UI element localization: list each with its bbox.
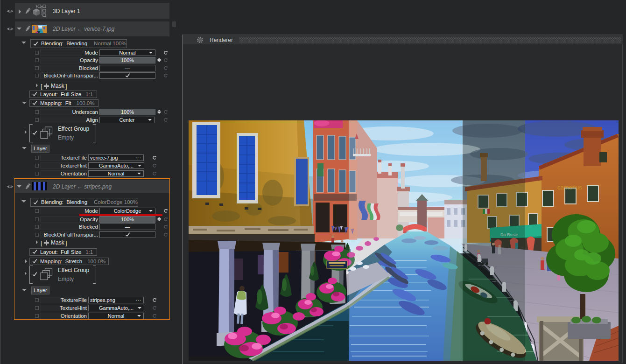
svg-text:camerius: camerius <box>557 184 582 191</box>
